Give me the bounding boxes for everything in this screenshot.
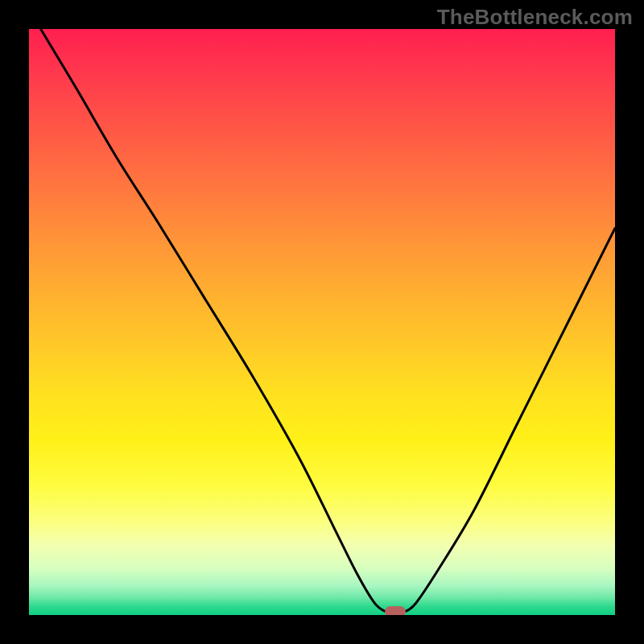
watermark-text: TheBottleneck.com (437, 5, 633, 30)
plot-area (29, 29, 615, 615)
chart-container: TheBottleneck.com (0, 0, 644, 644)
optimal-marker (385, 606, 406, 615)
bottleneck-curve (29, 29, 615, 615)
